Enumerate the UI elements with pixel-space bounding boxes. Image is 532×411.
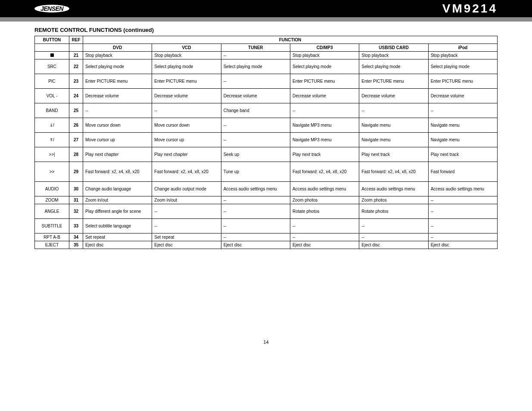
remote-functions-table: BUTTON REF FUNCTION DVDVCDTUNERCD/MP3USB…	[34, 36, 498, 249]
func-cell: Navigate menu	[359, 118, 428, 133]
func-cell: --	[290, 103, 359, 118]
func-cell: Fast forward: x2, x4, x8, x20	[290, 162, 359, 182]
func-cell: Decrease volume	[83, 89, 152, 103]
func-cell: Seek up	[221, 147, 290, 162]
th-button: BUTTON	[35, 36, 69, 44]
func-cell: Stop playback	[428, 52, 497, 59]
func-cell: Navigate menu	[428, 118, 497, 133]
func-cell: --	[221, 118, 290, 133]
func-cell: Move cursor down	[152, 118, 221, 133]
button-cell: ZOOM	[35, 196, 69, 204]
func-cell: --	[359, 234, 428, 241]
func-cell: Eject disc	[359, 241, 428, 249]
func-cell: --	[221, 196, 290, 204]
ref-cell: 29	[69, 162, 83, 182]
ref-cell: 30	[69, 182, 83, 196]
func-cell: Fast forward: x2, x4, x8, x20	[152, 162, 221, 182]
ref-cell: 28	[69, 147, 83, 162]
button-cell: PIC	[35, 74, 69, 89]
up-icon: ⇑	[50, 137, 53, 142]
button-cell	[35, 52, 69, 59]
func-cell: --	[152, 219, 221, 234]
table-row: 21Stop playbackStop playback--Stop playb…	[35, 52, 498, 59]
button-cell: >>	[35, 162, 69, 182]
func-cell: Play next track	[290, 147, 359, 162]
ref-cell: 25	[69, 103, 83, 118]
button-cell: SRC	[35, 59, 69, 74]
func-cell: Access audio settings menu	[221, 182, 290, 196]
table-row: >>|28Play next chapterPlay next chapterS…	[35, 147, 498, 162]
func-cell: Select subtitle language	[83, 219, 152, 234]
func-cell: Stop playback	[359, 52, 428, 59]
button-cell: EJECT	[35, 241, 69, 249]
func-cell: Navigate MP3 menu	[290, 133, 359, 147]
func-cell: Select playing mode	[83, 59, 152, 74]
func-cell: Stop playback	[290, 52, 359, 59]
down-icon: ⇓	[50, 123, 53, 128]
func-cell: --	[428, 103, 497, 118]
func-cell: Stop playback	[152, 52, 221, 59]
func-cell: Access audio settings menu	[428, 182, 497, 196]
func-cell: Play next chapter	[152, 147, 221, 162]
button-cell: ⇓/	[35, 118, 69, 133]
th-mode: USB/SD CARD	[359, 44, 428, 52]
func-cell: Zoom photos	[359, 196, 428, 204]
func-cell: Move cursor up	[83, 133, 152, 147]
button-cell: ⇑/	[35, 133, 69, 147]
func-cell: Enter PICTURE menu	[359, 74, 428, 89]
func-cell: Fast forward: x2, x4, x8, x20	[359, 162, 428, 182]
func-cell: Decrease volume	[221, 89, 290, 103]
func-cell: --	[221, 52, 290, 59]
func-cell: Tune up	[221, 162, 290, 182]
th-empty	[69, 44, 83, 52]
page-number: 14	[34, 339, 498, 345]
button-cell: AUDIO	[35, 182, 69, 196]
table-row: SRC22Select playing modeSelect playing m…	[35, 59, 498, 74]
ref-cell: 27	[69, 133, 83, 147]
func-cell: Navigate menu	[428, 133, 497, 147]
table-row: VOL -24Decrease volumeDecrease volumeDec…	[35, 89, 498, 103]
ref-cell: 35	[69, 241, 83, 249]
ref-cell: 24	[69, 89, 83, 103]
func-cell: Set repeat	[152, 234, 221, 241]
func-cell: Zoom photos	[290, 196, 359, 204]
func-cell: Select playing mode	[290, 59, 359, 74]
table-row: ⇑/27Move cursor upMove cursor up--Naviga…	[35, 133, 498, 147]
th-mode: CD/MP3	[290, 44, 359, 52]
table-row: PIC23Enter PICTURE menuEnter PICTURE men…	[35, 74, 498, 89]
func-cell: Move cursor down	[83, 118, 152, 133]
func-cell: --	[83, 103, 152, 118]
th-empty	[35, 44, 69, 52]
button-cell: SUBTITLE	[35, 219, 69, 234]
button-cell: >>|	[35, 147, 69, 162]
func-cell: Decrease volume	[428, 89, 497, 103]
button-cell: BAND	[35, 103, 69, 118]
stop-icon	[50, 53, 54, 57]
model-number: VM9214	[442, 2, 498, 16]
table-row: ANGLE32Play different angle for scene---…	[35, 204, 498, 219]
func-cell: Select playing mode	[428, 59, 497, 74]
func-cell: --	[428, 219, 497, 234]
func-cell: Eject disc	[221, 241, 290, 249]
func-cell: --	[221, 204, 290, 219]
func-cell: Navigate menu	[359, 133, 428, 147]
table-row: ⇓/26Move cursor downMove cursor down--Na…	[35, 118, 498, 133]
th-mode: VCD	[152, 44, 221, 52]
func-cell: Move cursor up	[152, 133, 221, 147]
button-cell: ANGLE	[35, 204, 69, 219]
func-cell: Eject disc	[290, 241, 359, 249]
logo: JENSEN	[34, 5, 69, 12]
table-row: RPT A-B34Set repeatSet repeat--------	[35, 234, 498, 241]
func-cell: Play next track	[359, 147, 428, 162]
func-cell: Decrease volume	[359, 89, 428, 103]
func-cell: Change audio output mode	[152, 182, 221, 196]
page-title: REMOTE CONTROL FUNCTIONS (continued)	[34, 27, 498, 33]
th-ref: REF	[69, 36, 83, 44]
func-cell: --	[221, 234, 290, 241]
func-cell: Select playing mode	[359, 59, 428, 74]
func-cell: Zoom in/out	[83, 196, 152, 204]
func-cell: Rotate photos	[290, 204, 359, 219]
ref-cell: 26	[69, 118, 83, 133]
func-cell: Decrease volume	[290, 89, 359, 103]
th-mode: iPod	[428, 44, 497, 52]
